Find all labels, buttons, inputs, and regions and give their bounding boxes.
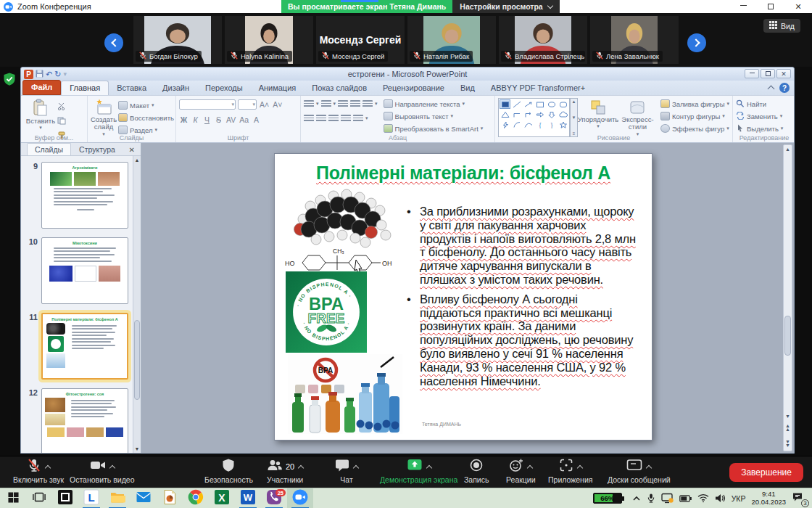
toolbar-apps[interactable]: Приложения <box>548 456 592 488</box>
text-direction-button[interactable]: Направление текста▾ <box>384 98 484 110</box>
ribbon-tab-9[interactable]: ABBYY PDF Transformer+ <box>483 81 593 95</box>
bpa-free-logo-image[interactable]: · NO BISPHENOL A ·· NO BISPHENOL A ·BPAF… <box>286 271 367 356</box>
next-slide-button[interactable]: ▼▼ <box>784 440 792 448</box>
chevron-up-icon[interactable] <box>646 465 652 471</box>
reset-button[interactable]: Восстановить <box>118 112 174 123</box>
redo-button[interactable]: ↻ <box>54 70 61 78</box>
toolbar-share-screen[interactable]: Демонстрация экрана <box>380 456 457 488</box>
file-explorer-taskbar-button[interactable] <box>104 488 130 508</box>
slide-thumbnail-12[interactable]: Фітоестрогени: соя <box>41 388 128 453</box>
chevron-up-icon[interactable] <box>576 465 582 471</box>
shape-option-8[interactable] <box>523 110 534 119</box>
scroll-down-icon[interactable]: ▼ <box>784 414 792 419</box>
slide-canvas[interactable]: Полімерні матеріали: бісфенол А HOCH₃CH₃… <box>274 153 652 441</box>
shape-fill-button[interactable]: Заливка фигуры▾ <box>660 98 729 110</box>
shape-option-3[interactable] <box>534 99 545 109</box>
chrome-taskbar-button[interactable] <box>183 488 209 508</box>
undo-button[interactable]: ↶ <box>46 70 52 78</box>
save-button[interactable] <box>36 70 44 79</box>
justify-icon[interactable] <box>341 115 351 123</box>
toolbar-shield[interactable]: Безопасность <box>204 456 253 488</box>
slide-body-text[interactable]: За приблизними розрахунками, щороку у св… <box>404 205 637 393</box>
toolbar-participants[interactable]: 20Участники <box>267 456 303 488</box>
close-panel-icon[interactable]: ✕ <box>126 144 138 155</box>
slide-title[interactable]: Полімерні матеріали: бісфенол А <box>282 163 645 184</box>
cut-icon[interactable] <box>57 100 67 113</box>
collapse-ribbon-icon[interactable] <box>768 86 775 93</box>
font-style-button-4[interactable]: AV <box>225 115 236 125</box>
decrease-indent-icon[interactable] <box>338 100 348 108</box>
align-text-button[interactable]: Выровнять текст▾ <box>384 110 484 122</box>
align-center-icon[interactable] <box>316 115 326 123</box>
chevron-up-icon[interactable] <box>527 465 533 471</box>
participant-tile[interactable]: Halyna Kalinina <box>225 16 313 64</box>
find-button[interactable]: Найти <box>736 98 792 110</box>
close-button[interactable]: ✕ <box>784 0 812 13</box>
view-layout-button[interactable]: Вид <box>763 19 800 33</box>
chevron-up-icon[interactable] <box>426 465 431 471</box>
font-style-button-1[interactable]: К <box>191 115 200 125</box>
previous-participants-button[interactable] <box>104 33 123 52</box>
copy-icon[interactable] <box>57 115 67 128</box>
ppt-restore-button[interactable] <box>761 69 775 78</box>
grow-font-button[interactable]: A˄ <box>259 99 270 110</box>
tab-slides[interactable]: Слайды <box>27 143 71 155</box>
antivirus-shield-icon[interactable] <box>3 73 16 86</box>
molecule-3d-image[interactable] <box>291 187 402 255</box>
next-participants-button[interactable] <box>687 33 706 52</box>
font-style-button-0[interactable]: Ж <box>179 115 188 125</box>
vertical-scrollbar[interactable]: ▲ ▼ ▲▲ ▼▼ <box>783 144 792 451</box>
font-size-select[interactable]: ▾ <box>238 99 257 110</box>
battery-icon[interactable] <box>679 495 692 502</box>
help-button[interactable]: ? <box>779 83 790 93</box>
shape-option-16[interactable]: } <box>546 120 557 129</box>
slides-panel-scrollbar[interactable]: ▲ ▼ <box>133 156 141 453</box>
ppt-close-button[interactable]: ✕ <box>776 69 791 78</box>
wifi-icon[interactable] <box>697 493 709 503</box>
start-taskbar-button[interactable] <box>0 488 26 508</box>
toolbar-chat[interactable]: Чат <box>335 456 358 488</box>
chevron-up-icon[interactable] <box>109 465 115 471</box>
maximize-button[interactable] <box>757 0 784 13</box>
impress-taskbar-button[interactable] <box>157 488 183 508</box>
volume-icon[interactable] <box>715 493 726 503</box>
replace-button[interactable]: Заменить▾ <box>736 110 792 122</box>
shape-option-0[interactable] <box>500 99 510 109</box>
scrollbar-thumb[interactable] <box>134 320 140 400</box>
shape-effects-button[interactable]: Эффекты фигур▾ <box>660 123 729 134</box>
participant-tile[interactable]: Наталія Рибак <box>407 16 496 64</box>
slide-thumbnail-9[interactable]: Агрохімікати <box>41 162 128 229</box>
scroll-up-icon[interactable]: ▲ <box>784 147 792 152</box>
chevron-up-icon[interactable] <box>353 465 359 471</box>
powerpoint-app-icon[interactable]: P <box>24 70 33 79</box>
notifications-button[interactable]: 3 <box>792 492 808 505</box>
align-left-icon[interactable] <box>304 115 314 123</box>
font-style-button-2[interactable]: Ч <box>202 115 212 125</box>
shape-option-17[interactable] <box>558 120 568 129</box>
toolbar-camera[interactable]: Остановить видео <box>70 456 134 488</box>
shape-option-4[interactable] <box>546 99 557 109</box>
new-slide-button[interactable]: Создать слайд▾ <box>91 98 117 137</box>
align-right-icon[interactable] <box>328 115 339 123</box>
minimize-button[interactable] <box>729 0 757 13</box>
shape-option-1[interactable] <box>511 99 522 109</box>
shape-option-6[interactable] <box>500 110 510 119</box>
shape-option-14[interactable] <box>523 120 534 129</box>
shape-option-13[interactable] <box>511 120 522 129</box>
ribbon-tab-2[interactable]: Вставка <box>109 81 154 95</box>
font-name-select[interactable]: ▾ <box>179 99 236 110</box>
mail-taskbar-button[interactable] <box>130 488 157 508</box>
scroll-down-icon[interactable]: ▼ <box>133 446 141 451</box>
battery-widget[interactable]: 66% <box>593 493 622 504</box>
chevron-up-icon[interactable] <box>45 465 51 471</box>
clock[interactable]: 9:41 20.04.2023 <box>751 491 786 507</box>
numbering-icon[interactable] <box>321 100 331 108</box>
excel-taskbar-button[interactable]: X <box>209 488 235 508</box>
shapes-gallery-scroll[interactable]: ▲▼≡ <box>570 98 578 137</box>
layout-button[interactable]: Макет▾ <box>118 99 174 111</box>
ribbon-tab-5[interactable]: Анимация <box>251 81 304 95</box>
zoom-taskbar-button[interactable] <box>287 488 313 508</box>
font-style-button-5[interactable]: Aa <box>239 115 249 125</box>
slide-editing-area[interactable]: Полімерні матеріали: бісфенол А HOCH₃CH₃… <box>141 143 794 453</box>
slide-thumbnail-11[interactable]: Полімерні матеріали: бісфенол А <box>41 313 128 380</box>
